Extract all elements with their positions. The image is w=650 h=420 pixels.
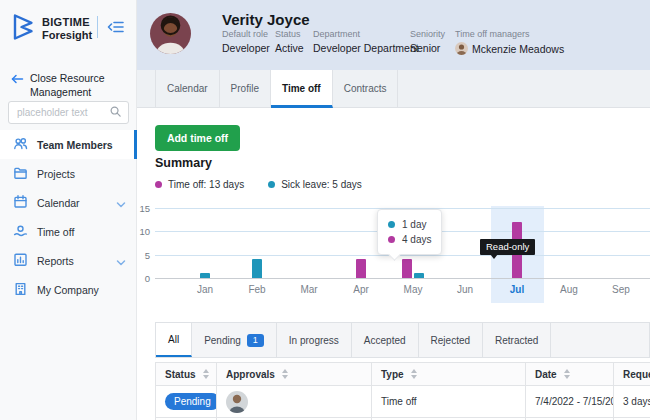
legend-sick-leave[interactable]: Sick leave: 5 days bbox=[268, 179, 362, 190]
request-type: Time off bbox=[381, 396, 417, 407]
status-badge: Pending bbox=[165, 393, 217, 410]
sort-icon bbox=[203, 369, 209, 379]
search-icon bbox=[109, 104, 122, 122]
sidebar-item-label: Time off bbox=[37, 226, 74, 238]
x-axis-label: Mar bbox=[289, 284, 329, 295]
chart-bar[interactable] bbox=[402, 259, 412, 278]
column-header-requested[interactable]: Requested bbox=[614, 363, 650, 385]
chart-bar[interactable] bbox=[200, 273, 210, 278]
time-off-content: Add time off Summary Time off: 13 days S… bbox=[137, 108, 650, 420]
sidebar-item-projects[interactable]: Projects bbox=[0, 159, 137, 188]
tab-contracts[interactable]: Contracts bbox=[333, 70, 399, 108]
sidebar-item-label: Reports bbox=[37, 255, 74, 267]
sidebar-search bbox=[8, 101, 129, 124]
request-tabs: All Pending1 In progress Accepted Reject… bbox=[155, 322, 650, 358]
request-duration: 3 days bbox=[623, 396, 650, 407]
sidebar-item-team-members[interactable]: Team Members bbox=[0, 130, 137, 159]
chevron-down-icon bbox=[116, 199, 126, 211]
brand-name: BIGTIME Foresight bbox=[42, 16, 92, 42]
table-row[interactable]: Pending Time off 7/4/2022 - 7/15/2022 3 … bbox=[155, 386, 650, 418]
y-axis-label: 5 bbox=[137, 250, 150, 261]
back-link[interactable]: Close Resource Management bbox=[10, 71, 122, 99]
sort-icon bbox=[564, 369, 570, 379]
reports-icon bbox=[13, 252, 28, 269]
add-time-off-button[interactable]: Add time off bbox=[155, 125, 240, 151]
y-axis-label: 10 bbox=[137, 226, 150, 237]
sidebar-item-reports[interactable]: Reports bbox=[0, 246, 137, 275]
tab-rejected[interactable]: Rejected bbox=[419, 323, 483, 357]
readonly-tooltip: Read-only bbox=[480, 239, 535, 255]
legend-time-off[interactable]: Time off: 13 days bbox=[155, 179, 244, 190]
field-seniority: Seniority Senior bbox=[410, 29, 445, 54]
time-off-dot-icon bbox=[155, 181, 162, 188]
search-input[interactable] bbox=[15, 106, 109, 119]
tab-calendar[interactable]: Calendar bbox=[155, 70, 220, 108]
chart-bar[interactable] bbox=[252, 259, 262, 278]
manager-avatar bbox=[455, 42, 468, 55]
tab-in-progress[interactable]: In progress bbox=[277, 323, 352, 357]
field-time-off-managers: Time off managers Mckenzie Meadows bbox=[455, 29, 564, 55]
sidebar-item-calendar[interactable]: Calendar bbox=[0, 188, 137, 217]
tooltip-sick-dot-icon bbox=[388, 221, 395, 228]
collapse-sidebar-icon[interactable] bbox=[107, 20, 125, 38]
profile-header: Verity Joyce Default role Developer Stat… bbox=[137, 0, 650, 70]
approver-avatar bbox=[226, 391, 248, 413]
x-axis-label: Jun bbox=[445, 284, 485, 295]
column-header-date[interactable]: Date bbox=[526, 363, 614, 385]
sidebar-item-label: Projects bbox=[37, 168, 75, 180]
field-department: Department Developer Department bbox=[313, 29, 419, 54]
divider bbox=[97, 16, 98, 38]
x-axis-label: Feb bbox=[237, 284, 277, 295]
sick-leave-dot-icon bbox=[268, 181, 275, 188]
request-date: 7/4/2022 - 7/15/2022 bbox=[535, 396, 614, 407]
tooltip-timeoff-dot-icon bbox=[388, 236, 395, 243]
x-axis-label: Jul bbox=[497, 284, 537, 295]
back-link-label: Close Resource Management bbox=[30, 71, 122, 99]
summary-title: Summary bbox=[155, 156, 212, 170]
pending-count-badge: 1 bbox=[247, 334, 264, 347]
sidebar-item-time-off[interactable]: Time off bbox=[0, 217, 137, 246]
tab-profile[interactable]: Profile bbox=[220, 70, 271, 108]
x-axis-label: Sep bbox=[601, 284, 641, 295]
sidebar-item-label: Calendar bbox=[37, 197, 80, 209]
bigtime-logo-icon bbox=[10, 12, 36, 46]
field-default-role: Default role Developer bbox=[222, 29, 270, 54]
chart-tooltip: 1 day 4 days bbox=[377, 209, 442, 255]
chart-legend: Time off: 13 days Sick leave: 5 days bbox=[155, 179, 362, 190]
tab-pending[interactable]: Pending1 bbox=[192, 323, 277, 357]
sidebar-item-label: My Company bbox=[37, 284, 99, 296]
chevron-down-icon bbox=[116, 257, 126, 269]
sidebar-item-label: Team Members bbox=[37, 139, 113, 151]
table-header: Status Approvals Type Date bbox=[155, 362, 650, 386]
sort-icon bbox=[282, 369, 288, 379]
x-axis-label: Jan bbox=[185, 284, 225, 295]
requests-table: Status Approvals Type Date bbox=[155, 362, 650, 420]
chart-bar[interactable] bbox=[356, 259, 366, 278]
tab-time-off[interactable]: Time off bbox=[271, 70, 333, 108]
chart: 1 day 4 days Read-only 051015JanFebMarAp… bbox=[137, 208, 650, 304]
manager-name: Mckenzie Meadows bbox=[472, 43, 564, 55]
chart-bar[interactable] bbox=[414, 273, 424, 278]
field-status: Status Active bbox=[275, 29, 304, 54]
y-axis-label: 15 bbox=[137, 203, 150, 214]
tab-all[interactable]: All bbox=[156, 323, 192, 357]
page-title: Verity Joyce bbox=[222, 11, 310, 28]
app-window: BIGTIME Foresight Close Resource Managem… bbox=[0, 0, 650, 420]
column-header-status[interactable]: Status bbox=[156, 363, 217, 385]
avatar bbox=[150, 13, 191, 54]
company-icon bbox=[13, 281, 28, 298]
y-axis-label: 0 bbox=[137, 273, 150, 284]
column-header-type[interactable]: Type bbox=[372, 363, 526, 385]
x-axis-label: Apr bbox=[341, 284, 381, 295]
sort-icon bbox=[411, 369, 417, 379]
column-header-approvals[interactable]: Approvals bbox=[217, 363, 372, 385]
time-off-icon bbox=[13, 223, 28, 240]
back-arrow-icon bbox=[10, 71, 24, 99]
team-members-icon bbox=[13, 136, 28, 153]
tab-retracted[interactable]: Retracted bbox=[483, 323, 551, 357]
tab-accepted[interactable]: Accepted bbox=[352, 323, 419, 357]
sidebar-item-my-company[interactable]: My Company bbox=[0, 275, 137, 304]
projects-icon bbox=[13, 165, 28, 182]
sidebar: BIGTIME Foresight Close Resource Managem… bbox=[0, 0, 137, 420]
brand-logo: BIGTIME Foresight bbox=[10, 12, 92, 46]
